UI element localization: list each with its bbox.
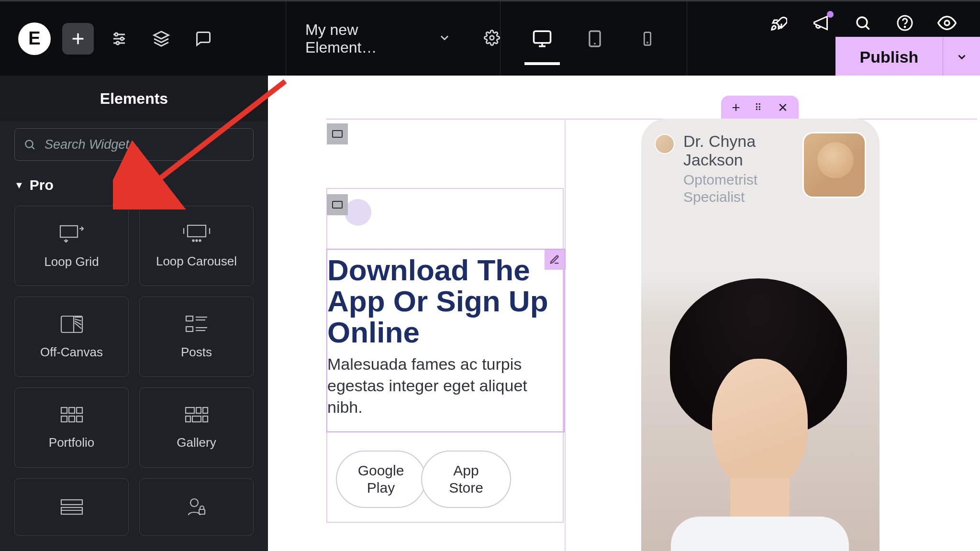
doctor-role: Optometrist Specialist [683,171,794,206]
device-toggles [501,1,687,76]
loop-carousel-icon [182,223,212,243]
svg-rect-31 [61,316,82,332]
svg-marker-8 [154,32,168,39]
avatar-small [655,134,675,154]
search-wrap: Search Widget... [0,121,268,169]
svg-rect-39 [69,408,75,413]
section-handle: + ⠿ ✕ [721,96,799,120]
svg-line-18 [866,26,869,30]
portfolio-icon [59,406,84,425]
google-play-button[interactable]: GooglePlay [336,451,426,508]
settings-gear-icon[interactable] [484,30,500,48]
widget-off-canvas[interactable]: Off-Canvas [14,297,129,377]
widget-partial-2[interactable] [139,478,254,536]
device-desktop[interactable] [516,17,568,60]
cursor-indicator [345,199,371,226]
store-btn-line2: Store [449,480,483,496]
section-caret-icon: ▼ [14,180,24,191]
svg-rect-49 [203,416,208,422]
title-chevron-down-icon[interactable] [438,31,451,46]
body-text: Malesuada fames ac turpis egestas intege… [327,353,564,418]
section-label: Pro [30,177,54,193]
doctor-name: Dr. Chyna Jackson [683,132,794,169]
widget-partial-1[interactable] [14,478,129,536]
publish-bar: Publish [835,37,980,77]
svg-rect-42 [69,416,75,422]
svg-point-16 [647,42,647,43]
section-close-icon[interactable]: ✕ [778,100,788,115]
svg-rect-46 [203,408,208,413]
widget-label: Gallery [177,435,216,450]
elementor-logo[interactable]: E [18,22,51,55]
svg-rect-44 [186,408,194,413]
svg-point-6 [121,37,123,40]
svg-rect-33 [186,327,193,331]
column-divider [565,119,566,551]
app-store-button[interactable]: AppStore [421,451,511,508]
container-handle-2[interactable] [327,194,348,215]
svg-rect-55 [333,131,342,137]
widget-label: Portfolio [49,435,94,450]
svg-rect-40 [77,408,82,413]
loop-grid-icon [58,223,85,244]
posts-icon [184,314,209,334]
device-mobile[interactable] [621,17,674,60]
notification-dot [827,11,834,18]
widget-loop-grid[interactable]: Loop Grid [14,206,129,286]
phone-photo [641,273,880,551]
sidebar-title: Elements [0,76,268,121]
sidebar: Elements Search Widget... ▼ Pro Loop Gri… [0,76,268,551]
publish-button[interactable]: Publish [835,37,943,77]
phone-mockup: Dr. Chyna Jackson Optometrist Specialist [641,119,880,551]
section-add-icon[interactable]: + [732,99,740,116]
svg-rect-56 [333,201,342,208]
svg-rect-10 [534,31,551,43]
announcement-icon[interactable] [811,13,831,33]
widget-gallery[interactable]: Gallery [139,387,254,468]
svg-point-7 [116,42,119,44]
widget-portfolio[interactable]: Portfolio [14,387,129,468]
search-placeholder: Search Widget... [45,137,140,152]
publish-options-caret[interactable] [943,37,980,77]
svg-rect-41 [61,416,67,422]
svg-point-5 [115,33,118,36]
svg-rect-47 [186,416,190,422]
help-icon[interactable] [895,13,915,33]
svg-rect-45 [196,408,201,413]
widget-label: Loop Carousel [156,254,237,269]
section-drag-icon[interactable]: ⠿ [755,102,763,113]
svg-point-22 [25,140,33,147]
svg-point-20 [904,26,905,27]
search-input[interactable]: Search Widget... [14,128,254,161]
sliders-icon[interactable] [102,23,136,55]
svg-rect-32 [186,316,193,321]
svg-point-53 [190,499,198,507]
svg-point-28 [192,240,194,241]
widget-loop-carousel[interactable]: Loop Carousel [139,206,254,286]
device-tablet[interactable] [568,17,621,60]
svg-rect-24 [60,226,78,237]
document-title-group[interactable]: My new Element… [286,1,501,76]
widget-label: Posts [181,345,212,360]
widget-posts[interactable]: Posts [139,297,254,377]
edit-widget-handle[interactable] [545,249,566,270]
canvas: Download The App Or Sign Up Online Males… [268,76,980,551]
top-bar: E My new Element… [0,0,980,76]
document-title: My new Element… [305,21,424,56]
add-element-button[interactable] [62,23,94,55]
preview-eye-icon[interactable] [937,13,957,33]
widget-label: Loop Grid [44,254,99,269]
text-widget-selected[interactable]: Download The App Or Sign Up Online Males… [326,249,565,432]
gallery-icon [184,406,210,425]
section-pro[interactable]: ▼ Pro [0,169,268,206]
comment-icon[interactable] [187,23,220,55]
avatar-large [802,132,866,198]
svg-line-23 [32,147,34,149]
rocket-icon[interactable] [768,13,789,33]
layers-icon[interactable] [145,23,178,55]
phone-card-header: Dr. Chyna Jackson Optometrist Specialist [655,132,866,206]
store-btn-line1: App [453,463,479,478]
search-icon [23,138,36,151]
search-icon[interactable] [853,13,873,33]
container-handle-1[interactable] [327,123,348,144]
